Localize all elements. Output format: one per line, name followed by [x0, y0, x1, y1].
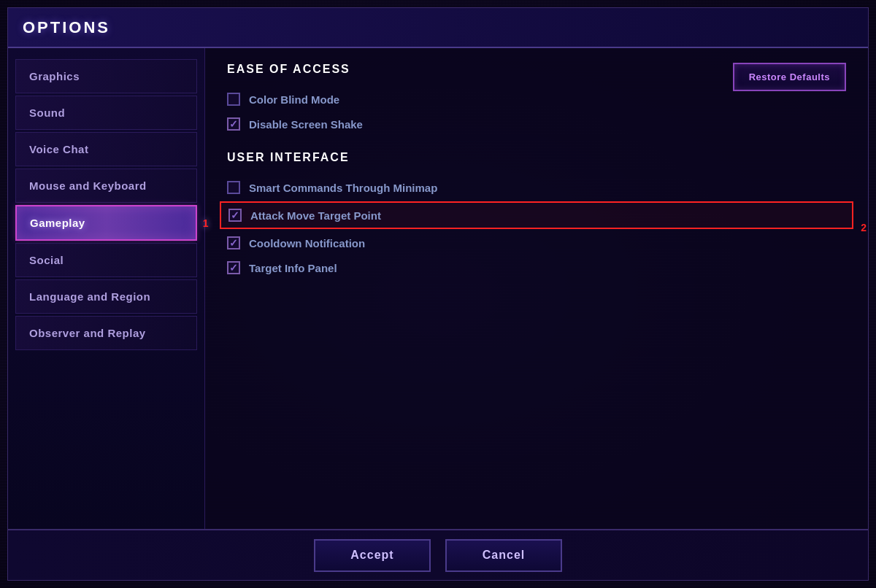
annotation-2: 2 [861, 222, 867, 233]
sidebar-item-label: Sound [29, 107, 65, 119]
smart-commands-checkbox[interactable] [227, 181, 240, 194]
sidebar-item-label: Graphics [29, 70, 80, 82]
sidebar-item-label: Observer and Replay [29, 327, 146, 339]
checkmark-icon: ✓ [229, 237, 238, 249]
sidebar-item-language-region[interactable]: Language and Region [15, 279, 197, 314]
accept-button[interactable]: Accept [314, 539, 431, 572]
user-interface-header: USER INTERFACE [227, 151, 846, 164]
smart-commands-row[interactable]: Smart Commands Through Minimap [227, 175, 846, 200]
bottom-bar: Accept Cancel [8, 529, 868, 580]
sidebar-item-observer-replay[interactable]: Observer and Replay [15, 316, 197, 350]
disable-screen-shake-label: Disable Screen Shake [249, 118, 363, 131]
sidebar-item-label: Mouse and Keyboard [29, 179, 147, 192]
sidebar-item-label: Language and Region [29, 290, 150, 303]
sidebar-item-sound[interactable]: Sound [15, 96, 197, 130]
checkmark-icon: ✓ [231, 209, 239, 221]
attack-move-label: Attack Move Target Point [250, 209, 381, 222]
sidebar-item-label: Gameplay [30, 217, 85, 229]
color-blind-row[interactable]: Color Blind Mode [227, 87, 846, 112]
title-bar: OPTIONS [8, 8, 868, 48]
sidebar-item-label: Voice Chat [29, 143, 88, 155]
sidebar-item-mouse-keyboard[interactable]: Mouse and Keyboard [15, 169, 197, 203]
disable-screen-shake-row[interactable]: ✓ Disable Screen Shake [227, 112, 846, 136]
target-info-panel-row[interactable]: ✓ Target Info Panel [227, 255, 846, 280]
smart-commands-label: Smart Commands Through Minimap [249, 182, 437, 194]
main-content: Graphics Sound Voice Chat Mouse and Keyb… [8, 48, 868, 529]
sidebar-item-social[interactable]: Social [15, 243, 197, 277]
attack-move-checkbox[interactable]: ✓ [228, 209, 242, 222]
disable-screen-shake-checkbox[interactable]: ✓ [227, 117, 240, 131]
sidebar-item-label: Social [29, 254, 64, 266]
cooldown-notification-checkbox[interactable]: ✓ [227, 236, 240, 249]
window-title: OPTIONS [23, 18, 110, 37]
content-area: Restore Defaults EASE OF ACCESS Color Bl… [205, 48, 868, 529]
target-info-panel-checkbox[interactable]: ✓ [227, 261, 240, 274]
color-blind-checkbox[interactable] [227, 93, 240, 106]
options-window: OPTIONS Graphics Sound Voice Chat Mouse … [7, 7, 869, 581]
sidebar-item-voice-chat[interactable]: Voice Chat [15, 132, 197, 166]
cooldown-notification-row[interactable]: ✓ Cooldown Notification [227, 231, 846, 255]
target-info-panel-label: Target Info Panel [249, 262, 337, 274]
sidebar-item-graphics[interactable]: Graphics [15, 59, 197, 93]
sidebar-item-gameplay[interactable]: Gameplay 1 [15, 205, 197, 241]
checkmark-icon: ✓ [229, 118, 238, 130]
cooldown-notification-label: Cooldown Notification [249, 237, 365, 249]
cancel-button[interactable]: Cancel [445, 539, 562, 572]
annotation-1: 1 [203, 217, 209, 229]
checkmark-icon: ✓ [229, 262, 238, 274]
color-blind-label: Color Blind Mode [249, 93, 339, 106]
attack-move-row[interactable]: ✓ Attack Move Target Point 2 [220, 201, 853, 229]
sidebar: Graphics Sound Voice Chat Mouse and Keyb… [8, 48, 205, 529]
